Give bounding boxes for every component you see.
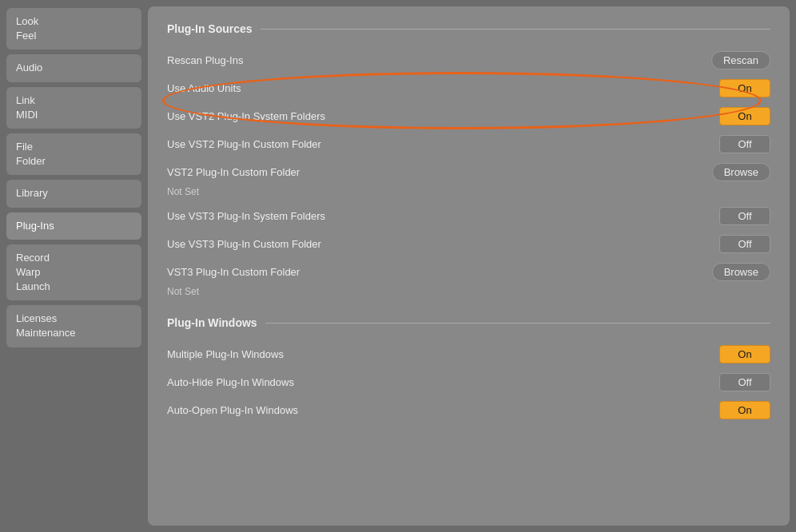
toggle-multiple-windows[interactable]: On (719, 345, 770, 363)
row-label-use-vst3-system: Use VST3 Plug-In System Folders (167, 210, 325, 222)
row-label-vst2-custom-folder: VST2 Plug-In Custom Folder (167, 166, 300, 178)
settings-row-rescan-plug-ins: Rescan Plug-InsRescan (167, 46, 770, 74)
settings-row-use-vst2-custom: Use VST2 Plug-In Custom FolderOff (167, 130, 770, 158)
row-label-vst3-custom-folder: VST3 Plug-In Custom Folder (167, 266, 300, 278)
section-plug-in-sources: Plug-In SourcesRescan Plug-InsRescanUse … (167, 22, 770, 302)
main-content: Plug-In SourcesRescan Plug-InsRescanUse … (148, 6, 790, 526)
row-label-rescan-plug-ins: Rescan Plug-Ins (167, 54, 243, 66)
settings-row-use-audio-units: Use Audio UnitsOn (167, 74, 770, 102)
settings-row-auto-hide: Auto-Hide Plug-In WindowsOff (167, 368, 770, 396)
settings-row-vst2-custom-folder: VST2 Plug-In Custom FolderBrowse (167, 158, 770, 186)
settings-row-multiple-windows: Multiple Plug-In WindowsOn (167, 340, 770, 368)
toggle-use-vst3-system[interactable]: Off (719, 207, 770, 225)
toggle-use-audio-units[interactable]: On (719, 79, 770, 97)
sidebar-item-link-midi[interactable]: Link MIDI (6, 87, 141, 129)
sidebar-item-licenses-maintenance[interactable]: Licenses Maintenance (6, 305, 141, 347)
sidebar-item-file-folder[interactable]: File Folder (6, 133, 141, 175)
row-label-auto-hide: Auto-Hide Plug-In Windows (167, 376, 294, 388)
action-btn-vst2-custom-folder[interactable]: Browse (712, 163, 770, 181)
sidebar-item-audio[interactable]: Audio (6, 54, 141, 81)
settings-row-use-vst2-system: Use VST2 Plug-In System FoldersOn (167, 102, 770, 130)
section-header-plug-in-windows: Plug-In Windows (167, 316, 770, 329)
settings-row-use-vst3-system: Use VST3 Plug-In System FoldersOff (167, 202, 770, 230)
sidebar-item-look-feel[interactable]: Look Feel (6, 8, 141, 50)
action-btn-rescan-plug-ins[interactable]: Rescan (711, 51, 770, 69)
settings-row-auto-open: Auto-Open Plug-In WindowsOn (167, 396, 770, 424)
toggle-auto-open[interactable]: On (719, 401, 770, 419)
sidebar-item-record-warp-launch[interactable]: Record Warp Launch (6, 244, 141, 301)
sidebar-item-library[interactable]: Library (6, 180, 141, 207)
row-label-use-vst2-custom: Use VST2 Plug-In Custom Folder (167, 138, 321, 150)
sidebar-item-plug-ins[interactable]: Plug-Ins (6, 212, 141, 240)
settings-row-use-vst3-custom: Use VST3 Plug-In Custom FolderOff (167, 230, 770, 258)
settings-row-vst3-custom-folder: VST3 Plug-In Custom FolderBrowse (167, 258, 770, 286)
row-label-vst2-not-set: Not Set (167, 186, 770, 202)
toggle-auto-hide[interactable]: Off (719, 373, 770, 391)
toggle-use-vst2-custom[interactable]: Off (719, 135, 770, 153)
action-btn-vst3-custom-folder[interactable]: Browse (712, 263, 770, 281)
row-label-use-vst2-system: Use VST2 Plug-In System Folders (167, 110, 325, 122)
row-label-vst3-not-set: Not Set (167, 286, 770, 302)
sidebar: Look FeelAudioLink MIDIFile FolderLibrar… (0, 0, 148, 532)
row-label-use-audio-units: Use Audio Units (167, 82, 241, 94)
toggle-use-vst3-custom[interactable]: Off (719, 235, 770, 253)
toggle-use-vst2-system[interactable]: On (719, 107, 770, 125)
row-label-auto-open: Auto-Open Plug-In Windows (167, 404, 298, 416)
row-label-multiple-windows: Multiple Plug-In Windows (167, 348, 284, 360)
section-plug-in-windows: Plug-In WindowsMultiple Plug-In WindowsO… (167, 316, 770, 424)
row-label-use-vst3-custom: Use VST3 Plug-In Custom Folder (167, 238, 321, 250)
section-header-plug-in-sources: Plug-In Sources (167, 22, 770, 35)
